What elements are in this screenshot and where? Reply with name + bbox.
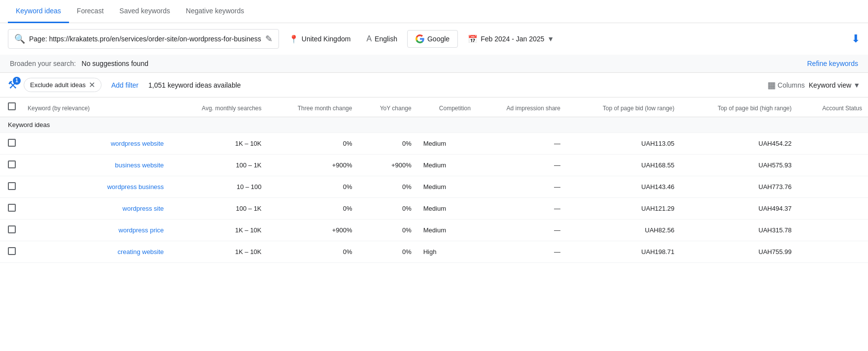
cell-keyword-4[interactable]: wordpress price xyxy=(22,220,170,241)
cell-three-month-2: 0% xyxy=(268,176,358,198)
cell-competition-0: Medium xyxy=(417,133,477,155)
location-button[interactable]: 📍 United Kingdom xyxy=(283,31,357,48)
keyword-link-4[interactable]: wordpress price xyxy=(119,226,164,234)
table-row: wordpress price 1K – 10K +900% 0% Medium… xyxy=(0,220,868,241)
keyword-count: 1,051 keyword ideas available xyxy=(148,81,241,89)
cell-top-bid-high-3: UAH494.37 xyxy=(680,198,798,220)
tab-negative-keywords[interactable]: Negative keywords xyxy=(178,0,252,23)
refine-keywords-link[interactable]: Refine keywords xyxy=(807,60,859,67)
tab-saved-keywords[interactable]: Saved keywords xyxy=(111,0,178,23)
col-header-avg-monthly[interactable]: Avg. monthly searches xyxy=(170,97,267,117)
cell-yoy-3: 0% xyxy=(358,198,417,220)
columns-button[interactable]: ▦ Columns xyxy=(767,80,805,91)
add-filter-button[interactable]: Add filter xyxy=(107,79,142,91)
date-range-button[interactable]: 📅 Feb 2024 - Jan 2025 ▼ xyxy=(462,31,560,48)
language-label: English xyxy=(375,35,397,43)
cell-keyword-1[interactable]: business website xyxy=(22,155,170,176)
row-checkbox-3[interactable] xyxy=(8,204,16,212)
cell-ad-impression-0: — xyxy=(477,133,566,155)
chip-close-icon[interactable]: ✕ xyxy=(89,80,95,90)
row-checkbox-cell-0[interactable] xyxy=(0,133,22,155)
language-icon: A xyxy=(366,34,372,43)
cell-yoy-2: 0% xyxy=(358,176,417,198)
cell-top-bid-low-4: UAH82.56 xyxy=(566,220,680,241)
cell-three-month-0: 0% xyxy=(268,133,358,155)
col-header-competition[interactable]: Competition xyxy=(417,97,477,117)
table-row: wordpress website 1K – 10K 0% 0% Medium … xyxy=(0,133,868,155)
section-header-label: Keyword ideas xyxy=(0,117,868,133)
row-checkbox-2[interactable] xyxy=(8,182,16,190)
row-checkbox-cell-5[interactable] xyxy=(0,241,22,263)
cell-account-status-1 xyxy=(798,155,868,176)
network-label: Google xyxy=(427,35,450,43)
cell-top-bid-high-2: UAH773.76 xyxy=(680,176,798,198)
row-checkbox-5[interactable] xyxy=(8,247,16,255)
row-checkbox-4[interactable] xyxy=(8,225,16,233)
keyword-link-2[interactable]: wordpress business xyxy=(107,183,164,191)
cell-keyword-5[interactable]: creating website xyxy=(22,241,170,263)
download-button[interactable]: ⬇ xyxy=(851,32,860,45)
table-wrapper: Keyword (by relevance) Avg. monthly sear… xyxy=(0,97,868,263)
col-header-account-status[interactable]: Account Status xyxy=(798,97,868,117)
cell-ad-impression-5: — xyxy=(477,241,566,263)
exclude-adult-chip[interactable]: Exclude adult ideas ✕ xyxy=(24,78,102,92)
view-button[interactable]: Keyword view ▼ xyxy=(809,81,860,89)
cell-competition-4: Medium xyxy=(417,220,477,241)
header-checkbox[interactable] xyxy=(8,102,16,110)
row-checkbox-cell-3[interactable] xyxy=(0,198,22,220)
section-header-row: Keyword ideas xyxy=(0,117,868,133)
right-controls: ▦ Columns Keyword view ▼ xyxy=(767,80,860,91)
broaden-value: No suggestions found xyxy=(82,60,148,67)
cell-keyword-2[interactable]: wordpress business xyxy=(22,176,170,198)
row-checkbox-cell-1[interactable] xyxy=(0,155,22,176)
cell-competition-2: Medium xyxy=(417,176,477,198)
cell-keyword-3[interactable]: wordpress site xyxy=(22,198,170,220)
tab-forecast[interactable]: Forecast xyxy=(69,0,111,23)
view-chevron-icon: ▼ xyxy=(853,81,860,89)
col-header-keyword[interactable]: Keyword (by relevance) xyxy=(22,97,170,117)
search-box[interactable]: 🔍 Page: https://krakatets.pro/en/service… xyxy=(8,29,279,49)
col-header-yoy[interactable]: YoY change xyxy=(358,97,417,117)
row-checkbox-cell-4[interactable] xyxy=(0,220,22,241)
cell-yoy-4: 0% xyxy=(358,220,417,241)
search-url-text: Page: https://krakatets.pro/en/services/… xyxy=(29,35,261,43)
network-button[interactable]: Google xyxy=(407,30,458,48)
col-header-ad-impression[interactable]: Ad impression share xyxy=(477,97,566,117)
edit-icon[interactable]: ✎ xyxy=(265,33,273,44)
cell-yoy-1: +900% xyxy=(358,155,417,176)
col-header-three-month[interactable]: Three month change xyxy=(268,97,358,117)
row-checkbox-1[interactable] xyxy=(8,160,16,168)
cell-account-status-2 xyxy=(798,176,868,198)
keyword-link-1[interactable]: business website xyxy=(115,161,164,169)
cell-avg-monthly-3: 100 – 1K xyxy=(170,198,267,220)
keyword-link-0[interactable]: wordpress website xyxy=(111,140,164,147)
cell-competition-1: Medium xyxy=(417,155,477,176)
col-header-top-bid-high[interactable]: Top of page bid (high range) xyxy=(680,97,798,117)
cell-avg-monthly-1: 100 – 1K xyxy=(170,155,267,176)
keyword-link-3[interactable]: wordpress site xyxy=(123,205,164,212)
row-checkbox-cell-2[interactable] xyxy=(0,176,22,198)
row-checkbox-0[interactable] xyxy=(8,139,16,147)
location-label: United Kingdom xyxy=(302,35,351,43)
cell-top-bid-low-2: UAH143.46 xyxy=(566,176,680,198)
cell-top-bid-high-5: UAH755.99 xyxy=(680,241,798,263)
cell-top-bid-low-3: UAH121.29 xyxy=(566,198,680,220)
cell-ad-impression-1: — xyxy=(477,155,566,176)
cell-account-status-3 xyxy=(798,198,868,220)
cell-top-bid-low-1: UAH168.55 xyxy=(566,155,680,176)
date-range-label: Feb 2024 - Jan 2025 xyxy=(481,35,544,43)
chevron-down-icon: ▼ xyxy=(547,35,554,43)
cell-top-bid-high-1: UAH575.93 xyxy=(680,155,798,176)
cell-ad-impression-2: — xyxy=(477,176,566,198)
language-button[interactable]: A English xyxy=(360,31,403,47)
tab-keyword-ideas[interactable]: Keyword ideas xyxy=(8,0,69,23)
keyword-link-5[interactable]: creating website xyxy=(117,248,164,255)
cell-keyword-0[interactable]: wordpress website xyxy=(22,133,170,155)
filter-icon-wrapper[interactable]: ⚒ 1 xyxy=(8,79,18,92)
table-row: wordpress business 10 – 100 0% 0% Medium… xyxy=(0,176,868,198)
col-header-top-bid-low[interactable]: Top of page bid (low range) xyxy=(566,97,680,117)
broaden-text: Broaden your search: No suggestions foun… xyxy=(10,60,148,67)
cell-avg-monthly-2: 10 – 100 xyxy=(170,176,267,198)
cell-ad-impression-4: — xyxy=(477,220,566,241)
location-icon: 📍 xyxy=(289,34,299,44)
